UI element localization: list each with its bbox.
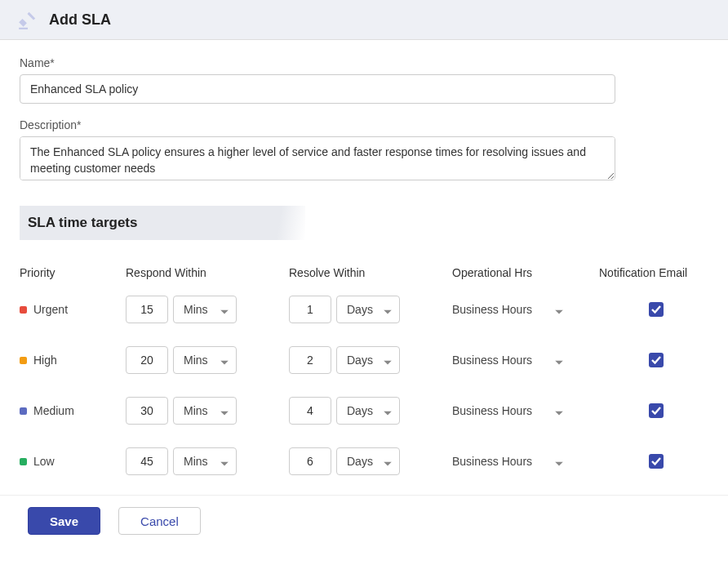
resolve-cell: Days — [289, 447, 452, 475]
footer-actions: Save Cancel — [0, 495, 728, 545]
gavel-icon — [16, 8, 39, 31]
col-notify: Notification Email — [599, 266, 713, 279]
notify-cell — [599, 353, 713, 367]
save-button[interactable]: Save — [28, 507, 100, 535]
resolve-unit-label: Days — [347, 354, 373, 367]
notify-cell — [599, 302, 713, 317]
priority-label: High — [33, 354, 57, 367]
resolve-value-input[interactable] — [289, 346, 331, 374]
chevron-down-icon — [220, 456, 229, 469]
description-textarea[interactable]: The Enhanced SLA policy ensures a higher… — [20, 136, 615, 180]
respond-value-input[interactable] — [126, 296, 168, 323]
table-row: Urgent Mins Days Business Hours — [20, 284, 708, 335]
priority-label: Urgent — [33, 303, 68, 316]
notify-checkbox[interactable] — [649, 403, 664, 418]
chevron-down-icon — [220, 406, 229, 419]
resolve-cell: Days — [289, 296, 452, 323]
chevron-down-icon — [384, 456, 392, 469]
col-op-hrs: Operational Hrs — [452, 266, 599, 279]
chevron-down-icon — [555, 355, 563, 368]
resolve-unit-label: Days — [347, 303, 373, 316]
col-resolve: Resolve Within — [289, 266, 452, 279]
respond-value-input[interactable] — [126, 346, 168, 374]
resolve-unit-select[interactable]: Days — [336, 447, 400, 475]
priority-dot-icon — [20, 357, 27, 364]
resolve-unit-select[interactable]: Days — [336, 397, 400, 425]
op-hrs-cell: Business Hours — [452, 296, 599, 323]
priority-cell: Urgent — [20, 303, 126, 316]
respond-unit-label: Mins — [184, 404, 208, 417]
op-hrs-select[interactable]: Business Hours — [452, 397, 566, 425]
op-hrs-select[interactable]: Business Hours — [452, 447, 566, 475]
resolve-unit-select[interactable]: Days — [336, 346, 400, 374]
op-hrs-label: Business Hours — [452, 303, 532, 316]
col-respond: Respond Within — [126, 266, 289, 279]
resolve-unit-label: Days — [347, 455, 373, 468]
op-hrs-select[interactable]: Business Hours — [452, 346, 566, 374]
respond-unit-label: Mins — [184, 455, 208, 468]
chevron-down-icon — [220, 355, 229, 368]
table-row: Medium Mins Days Business Hours — [20, 385, 708, 436]
op-hrs-label: Business Hours — [452, 455, 532, 468]
resolve-cell: Days — [289, 346, 452, 374]
resolve-value-input[interactable] — [289, 447, 331, 475]
chevron-down-icon — [555, 406, 563, 419]
sla-targets-table: Priority Respond Within Resolve Within O… — [20, 255, 708, 487]
section-header: SLA time targets — [20, 206, 708, 240]
resolve-unit-label: Days — [347, 404, 373, 417]
respond-unit-select[interactable]: Mins — [173, 346, 237, 374]
name-label: Name* — [20, 56, 708, 69]
notify-cell — [599, 454, 713, 469]
op-hrs-cell: Business Hours — [452, 346, 599, 374]
resolve-cell: Days — [289, 397, 452, 425]
respond-cell: Mins — [126, 447, 289, 475]
respond-value-input[interactable] — [126, 447, 168, 475]
op-hrs-label: Business Hours — [452, 404, 532, 417]
priority-dot-icon — [20, 306, 27, 314]
op-hrs-cell: Business Hours — [452, 447, 599, 475]
chevron-down-icon — [384, 305, 392, 318]
resolve-value-input[interactable] — [289, 296, 331, 323]
respond-value-input[interactable] — [126, 397, 168, 425]
description-field-group: Description* The Enhanced SLA policy ens… — [20, 118, 708, 183]
content-area: Name* Description* The Enhanced SLA poli… — [0, 40, 728, 487]
priority-dot-icon — [20, 458, 27, 465]
table-row: High Mins Days Business Hours — [20, 335, 708, 385]
priority-label: Medium — [33, 404, 74, 417]
chevron-down-icon — [555, 456, 563, 469]
respond-cell: Mins — [126, 397, 289, 425]
resolve-unit-select[interactable]: Days — [336, 296, 400, 323]
chevron-down-icon — [220, 305, 229, 318]
table-row: Low Mins Days Business Hours — [20, 436, 708, 487]
respond-cell: Mins — [126, 296, 289, 323]
op-hrs-cell: Business Hours — [452, 397, 599, 425]
respond-unit-select[interactable]: Mins — [173, 296, 237, 323]
op-hrs-label: Business Hours — [452, 354, 532, 367]
notify-checkbox[interactable] — [649, 454, 664, 469]
name-input[interactable] — [20, 74, 615, 104]
priority-cell: Medium — [20, 404, 126, 417]
respond-unit-select[interactable]: Mins — [173, 447, 237, 475]
page-title: Add SLA — [49, 11, 111, 29]
cancel-button[interactable]: Cancel — [118, 507, 201, 535]
chevron-down-icon — [384, 355, 392, 368]
respond-unit-label: Mins — [184, 354, 208, 367]
chevron-down-icon — [555, 305, 563, 318]
notify-checkbox[interactable] — [649, 302, 664, 317]
page-header: Add SLA — [0, 0, 728, 40]
table-header-row: Priority Respond Within Resolve Within O… — [20, 255, 708, 284]
description-label: Description* — [20, 118, 708, 131]
op-hrs-select[interactable]: Business Hours — [452, 296, 566, 323]
respond-unit-label: Mins — [184, 303, 208, 316]
priority-label: Low — [33, 455, 55, 468]
priority-dot-icon — [20, 407, 27, 415]
priority-cell: Low — [20, 455, 126, 468]
section-title: SLA time targets — [20, 206, 708, 240]
notify-cell — [599, 403, 713, 418]
resolve-value-input[interactable] — [289, 397, 331, 425]
priority-cell: High — [20, 354, 126, 367]
notify-checkbox[interactable] — [649, 353, 664, 367]
respond-cell: Mins — [126, 346, 289, 374]
name-field-group: Name* — [20, 56, 708, 104]
respond-unit-select[interactable]: Mins — [173, 397, 237, 425]
